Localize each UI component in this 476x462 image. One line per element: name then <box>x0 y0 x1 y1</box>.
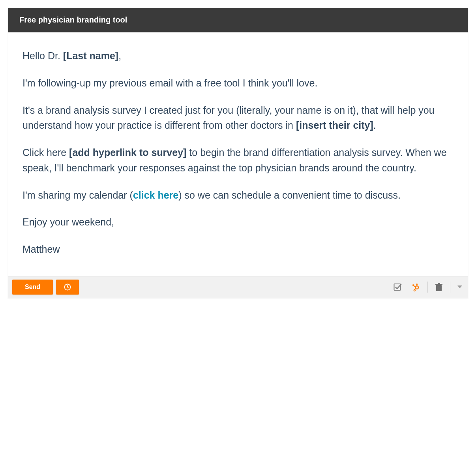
footer-right <box>392 281 464 293</box>
checkbox-icon <box>394 283 403 291</box>
greeting-pre: Hello Dr. <box>22 50 63 61</box>
more-options-button[interactable] <box>456 284 464 290</box>
closing-line: Enjoy your weekend, <box>22 214 454 230</box>
footer-left: Send <box>12 280 79 295</box>
paragraph-3: Click here [add hyperlink to survey] to … <box>22 145 454 176</box>
p4-pre: I'm sharing my calendar ( <box>22 190 133 201</box>
email-body[interactable]: Hello Dr. [Last name], I'm following-up … <box>8 32 468 276</box>
p2-post: . <box>373 120 376 131</box>
sprocket-icon <box>412 283 420 291</box>
p4-post: ) so we can schedule a convenient time t… <box>178 190 401 201</box>
email-composer: Free physician branding tool Hello Dr. [… <box>8 8 468 298</box>
track-checkbox-button[interactable] <box>392 281 405 293</box>
subject-bar[interactable]: Free physician branding tool <box>8 8 468 32</box>
svg-point-2 <box>415 286 418 289</box>
svg-rect-9 <box>436 285 442 291</box>
caret-down-icon <box>457 285 462 288</box>
calendar-link[interactable]: click here <box>133 190 178 201</box>
svg-rect-11 <box>438 283 440 284</box>
paragraph-1: I'm following-up my previous email with … <box>22 75 454 91</box>
p3-placeholder: [add hyperlink to survey] <box>69 147 186 158</box>
delete-button[interactable] <box>433 281 444 293</box>
paragraph-2: It's a brand analysis survey I created j… <box>22 103 454 133</box>
schedule-send-button[interactable] <box>56 280 79 295</box>
footer-divider <box>427 282 428 293</box>
p3-pre: Click here <box>22 147 69 158</box>
subject-text: Free physician branding tool <box>19 15 127 24</box>
greeting-post: , <box>118 50 121 61</box>
composer-footer: Send <box>8 276 468 298</box>
signature: Matthew <box>22 242 454 257</box>
p2-placeholder: [insert their city] <box>296 120 373 131</box>
hubspot-sprocket-button[interactable] <box>410 281 422 293</box>
clock-icon <box>64 283 71 291</box>
greeting-placeholder: [Last name] <box>63 50 118 61</box>
footer-divider-2 <box>450 282 450 293</box>
svg-rect-10 <box>435 284 442 285</box>
send-button[interactable]: Send <box>12 280 53 295</box>
svg-rect-1 <box>394 284 401 290</box>
svg-rect-4 <box>416 284 417 286</box>
trash-icon <box>435 283 443 291</box>
greeting-line: Hello Dr. [Last name], <box>22 48 454 64</box>
paragraph-4: I'm sharing my calendar (click here) so … <box>22 188 454 203</box>
